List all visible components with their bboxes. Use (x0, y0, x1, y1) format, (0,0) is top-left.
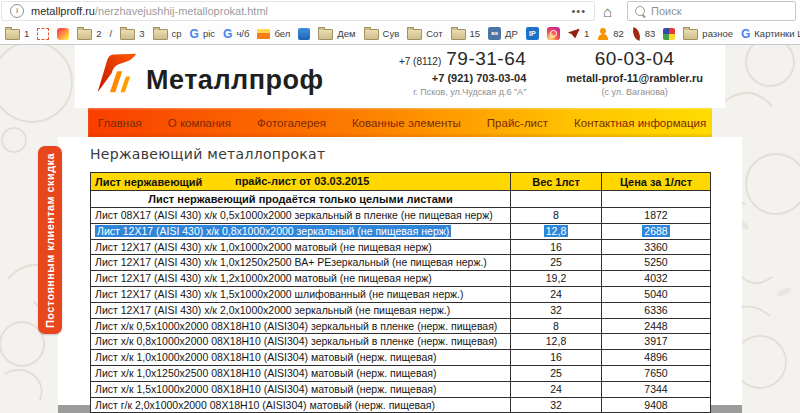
bookmark-8[interactable]: Gч/б (223, 28, 249, 40)
nav-item-2[interactable]: Фотогалерея (257, 117, 326, 129)
dashed-red-icon (37, 28, 49, 40)
url-toolbar: i metallproff.ru/nerzhavejushhij-metallo… (0, 0, 800, 23)
bookmark-14[interactable]: 15 (451, 27, 481, 40)
page-title: Нержавеющий металлопрокат (90, 146, 325, 162)
bookmark-label: 15 (470, 28, 481, 39)
bookmark-22[interactable]: разное (683, 27, 733, 40)
product-price: 3917 (644, 335, 667, 347)
discount-banner[interactable]: Постоянным клиентам скидка (38, 146, 62, 334)
bookmark-23[interactable]: GКартинки LJ (741, 28, 800, 40)
page-url: metallproff.ru/nerzhavejushhij-metallopr… (31, 5, 268, 17)
person-icon (597, 28, 609, 40)
bookmark-11[interactable]: Дем (318, 27, 355, 40)
table-row-1[interactable]: Лист 08Х17 (AISI 430) х/к 0,5х1000х2000 … (91, 208, 711, 224)
product-price: 7344 (644, 383, 667, 395)
price-table: Лист нержавеющийпрайс-лист от 03.03.2015… (90, 172, 711, 413)
bookmark-1[interactable] (37, 28, 49, 40)
folder-icon (683, 29, 698, 40)
colorful-icon (57, 28, 69, 40)
bookmark-15[interactable]: вкДР (488, 27, 518, 40)
product-name: Лист 12Х17 (AISI 430) х/к 2,0х1000х2000 … (95, 304, 450, 316)
product-weight: 24 (550, 288, 562, 300)
table-row-2[interactable]: Лист 12Х17 (AISI 430) х/к 0,8х1000х2000 … (91, 223, 711, 239)
bookmark-label: ДР (505, 28, 518, 39)
table-header-product: Лист нержавеющий (95, 176, 202, 188)
browser-chrome: i metallproff.ru/nerzhavejushhij-metallo… (0, 0, 800, 45)
folder-icon (318, 29, 333, 40)
bookmark-12[interactable]: Сув (364, 27, 400, 40)
search-input[interactable]: Поиск (627, 1, 796, 21)
bookmark-17[interactable] (547, 27, 560, 40)
page-actions-icon[interactable]: ••• (571, 5, 586, 17)
product-name: Лист х/к 0,8х1000х2000 08Х18Н10 (AISI304… (95, 335, 497, 347)
product-price: 4032 (644, 272, 667, 284)
bookmark-7[interactable]: Gpic (190, 28, 216, 40)
product-price: 5250 (644, 256, 667, 268)
logo-text: Металлпроф (146, 67, 324, 94)
table-row-8[interactable]: Лист х/к 0,5х1000х2000 08Х18Н10 (AISI304… (91, 318, 711, 334)
bookmark-10[interactable] (298, 28, 310, 40)
site-info-icon[interactable]: i (10, 4, 24, 18)
table-row-12[interactable]: Лист х/к 1,5х1000х2000 08Х18Н10 (AISI304… (91, 381, 711, 397)
feather-icon (631, 27, 642, 41)
folder-icon (5, 29, 20, 40)
table-row-9[interactable]: Лист х/к 0,8х1000х2000 08Х18Н10 (AISI304… (91, 334, 711, 350)
main-nav: ГлавнаяО компанияФотогалереяКованные эле… (88, 108, 712, 137)
bookmark-label: разное (702, 28, 733, 39)
product-weight: 32 (550, 399, 562, 411)
bookmark-5[interactable]: 3 (120, 27, 144, 40)
nav-item-3[interactable]: Кованные элементы (352, 117, 461, 129)
address-bar[interactable]: i metallproff.ru/nerzhavejushhij-metallo… (1, 1, 595, 21)
google-icon: G (190, 28, 199, 40)
logo[interactable]: Металлпроф (95, 52, 324, 94)
folder-icon (77, 29, 92, 40)
phone-alt: 60-03-04 (595, 49, 675, 70)
bookmark-4[interactable]: / (110, 28, 113, 39)
nav-item-1[interactable]: О компания (168, 117, 231, 129)
table-row-3[interactable]: Лист 12Х17 (AISI 430) х/к 1,0х1000х2000 … (91, 239, 711, 255)
bookmark-2[interactable] (57, 28, 69, 40)
nav-item-0[interactable]: Главная (98, 117, 142, 129)
nav-item-4[interactable]: Прайс-лист (487, 117, 548, 129)
product-weight: 32 (550, 304, 562, 316)
ip-icon: IP (526, 27, 539, 40)
bookmark-13[interactable]: Сот (407, 27, 442, 40)
bookmark-20[interactable]: 83 (632, 28, 656, 40)
bookmark-label: pic (203, 28, 215, 39)
url-path: /nerzhavejushhij-metalloprokat.html (95, 5, 268, 17)
bookmark-21[interactable] (663, 28, 675, 40)
product-weight: 25 (550, 367, 562, 379)
table-subheader: Лист нержавеющий продаётся только целыми… (91, 191, 511, 208)
image-icon (257, 29, 270, 39)
bookmark-19[interactable]: 82 (597, 28, 624, 40)
bookmark-3[interactable]: 2 (77, 27, 101, 40)
table-row-10[interactable]: Лист х/к 1,0х1000х2000 08Х18Н10 (AISI304… (91, 350, 711, 366)
table-row-7[interactable]: Лист 12Х17 (AISI 430) х/к 2,0х1000х2000 … (91, 302, 711, 318)
bookmark-label: 1 (584, 28, 589, 39)
blue-app-icon (298, 28, 310, 40)
bookmarks-bar: 12/3срGpicGч/ббелДемСувСот15вкДРIP18283р… (0, 23, 800, 44)
table-row-6[interactable]: Лист 12Х17 (AISI 430) х/к 1,5х1000х2000 … (91, 286, 711, 302)
bookmark-0[interactable]: 1 (5, 27, 29, 40)
bookmark-18[interactable]: 1 (568, 28, 589, 39)
product-weight: 16 (550, 241, 562, 253)
bookmark-label: ч/б (236, 28, 249, 39)
home-icon[interactable]: ⌂ (603, 2, 612, 21)
table-row-4[interactable]: Лист 12Х17 (AISI 430) х/к 1,0х1250х2500 … (91, 255, 711, 271)
vk-icon: вк (488, 27, 501, 40)
contact-column-office: +7 (8112)79-31-64 +7 (921) 703-03-04 г. … (399, 49, 526, 97)
product-weight: 8 (553, 320, 559, 332)
logo-flame-icon (95, 52, 139, 94)
nav-item-5[interactable]: Контактная информация (574, 117, 706, 129)
table-row-11[interactable]: Лист х/к 1,0х1250х2500 08Х18Н10 (AISI304… (91, 365, 711, 381)
product-name: Лист 12Х17 (AISI 430) х/к 0,8х1000х2000 … (95, 225, 451, 237)
bookmark-6[interactable]: ср (153, 27, 182, 40)
product-weight: 8 (553, 209, 559, 221)
table-row-5[interactable]: Лист 12Х17 (AISI 430) х/к 1,2х1000х2000 … (91, 271, 711, 287)
bookmark-9[interactable]: бел (257, 28, 290, 39)
phone-primary: 79-31-64 (446, 49, 526, 70)
table-row-13[interactable]: Лист г/к 2,0х1000х2000 08Х18Н10 (AISI304… (91, 397, 711, 413)
bookmark-16[interactable]: IP (526, 27, 539, 40)
bookmark-label: ср (172, 28, 182, 39)
price-table-body: Лист нержавеющийпрайс-лист от 03.03.2015… (91, 173, 711, 413)
